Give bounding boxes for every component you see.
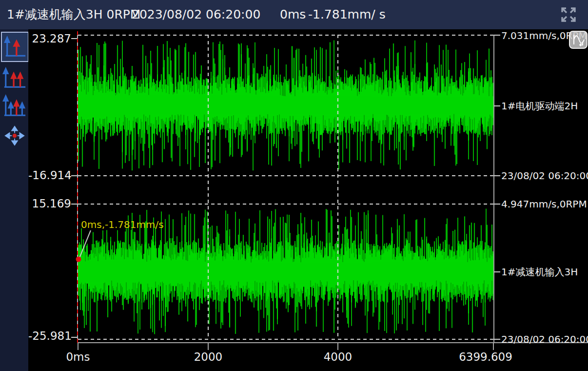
x-tick-label-end: 6399.609 [451,350,520,363]
x-tick [337,342,338,350]
peak-glyph [14,41,19,56]
x-tick-label-2000: 2000 [174,350,242,363]
header-bar: 1#减速机输入3H 0RPM 2023/08/02 06:20:00 0ms -… [0,0,588,29]
chart2-channel-label: 1#减速机输入3H [501,266,578,279]
chart-panel: 23.287 -16.914 15.169 -25.981 7.031mm/s,… [28,29,588,371]
x-tick [78,342,78,350]
fullscreen-expand-icon[interactable] [558,4,579,25]
sample-datetime: 2023/08/02 06:20:00 [132,0,260,29]
chart1-timestamp-label: 23/08/02 06:20:00 [501,170,588,182]
chart1-top-border [78,35,494,36]
cursor-value-readout: -1.781mm/ s [308,0,386,29]
tool-sideband-cursor[interactable] [1,92,27,119]
cursor-line[interactable] [77,31,78,343]
tool-harmonic-cursor[interactable] [1,66,27,90]
grid-line-4000 [337,35,338,339]
tool-single-peak-cursor[interactable] [1,32,29,62]
r-tick [494,35,500,36]
x-tick-label-4000: 4000 [304,350,372,363]
r-tick [494,271,500,272]
r-tick [494,204,500,205]
annotation-leader-line [73,210,102,265]
app-window: 1#减速机输入3H 0RPM 2023/08/02 06:20:00 0ms -… [0,0,588,371]
chart1-ymax-label: 23.287 [28,32,71,45]
cursor-point-marker [76,257,81,262]
grid-line-2000 [208,35,209,339]
chart2-peak-label: 4.947mm/s,0RPM [501,198,587,210]
x-tick-label-0: 0ms [44,350,112,363]
chart2-ymax-label: 15.169 [28,197,71,210]
chart2-bottom-border [78,339,494,340]
x-tick [493,342,494,350]
plot-right-border [493,35,494,343]
chart1-ymin-label: -16.914 [28,169,71,182]
tool-sidebar [0,29,28,371]
r-tick [494,105,500,106]
chart2-ymin-label: -25.981 [28,330,71,342]
cursor-time-readout: 0ms [280,0,306,29]
r-tick [494,175,500,176]
tool-pan[interactable] [3,125,25,146]
r-tick [494,339,500,340]
chart1-bottom-border [78,175,494,176]
waveform-view-icon[interactable] [569,31,588,49]
x-tick [208,342,209,350]
chart1-channel-label: 1#电机驱动端2H [501,100,578,113]
measurement-point-title: 1#减速机输入3H 0RPM [7,0,140,29]
chart2-timestamp-label: 23/08/02 06:20:00 [501,333,588,345]
chart2-top-border [78,204,494,205]
waveform-chart-top[interactable] [78,35,494,175]
